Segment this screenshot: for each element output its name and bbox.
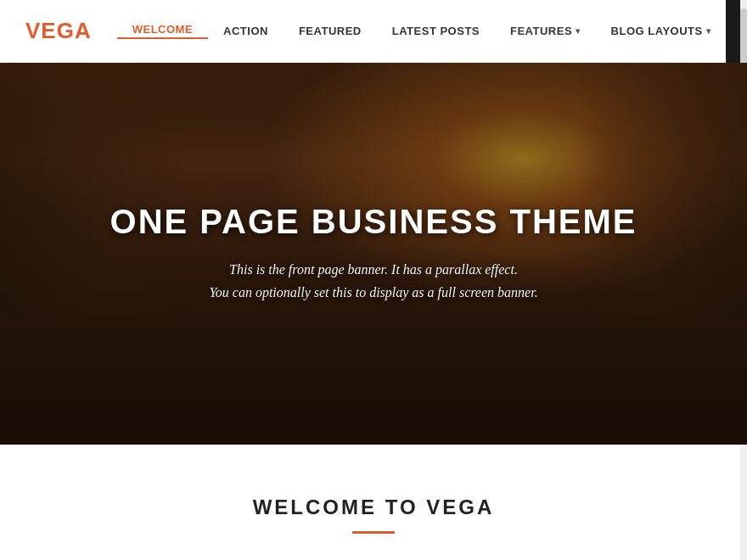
hero-content: ONE PAGE BUSINESS THEME This is the fron…	[76, 203, 671, 304]
nav-item-blog-layouts[interactable]: BLOG LAYOUTS ▾	[596, 25, 727, 37]
nav-item-features[interactable]: FEATURES ▾	[495, 25, 596, 37]
nav-item-welcome[interactable]: WELCOME	[117, 23, 208, 39]
logo[interactable]: VEGA	[0, 18, 117, 44]
chevron-down-icon: ▾	[576, 26, 581, 36]
main-nav: WELCOME ACTION FEATURED LATEST POSTS FEA…	[117, 23, 727, 39]
header: VEGA WELCOME ACTION FEATURED LATEST POST…	[0, 0, 747, 63]
chevron-down-icon: ▾	[706, 26, 711, 36]
nav-item-featured[interactable]: FEATURED	[284, 25, 377, 37]
hero-subtitle: This is the front page banner. It has a …	[76, 258, 671, 304]
hero-title: ONE PAGE BUSINESS THEME	[76, 203, 671, 241]
welcome-section: WELCOME TO VEGA This is content from the…	[0, 445, 747, 560]
nav-item-latest-posts[interactable]: LATEST POSTS	[377, 25, 495, 37]
welcome-title: WELCOME TO VEGA	[68, 496, 679, 519]
hero-banner: ONE PAGE BUSINESS THEME This is the fron…	[0, 63, 747, 445]
welcome-divider	[352, 531, 395, 534]
nav-item-action[interactable]: ACTION	[208, 25, 284, 37]
